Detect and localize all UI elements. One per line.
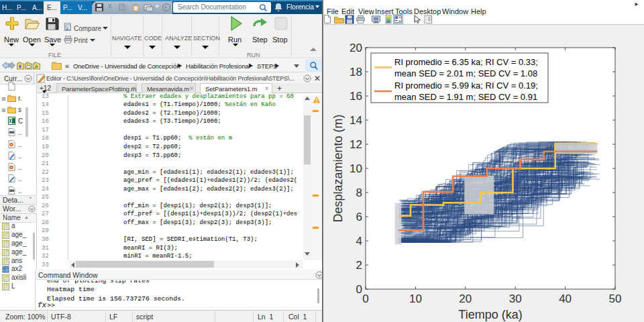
svg-text:Tiempo (ka): Tiempo (ka) (458, 308, 522, 321)
svg-text:Desplazamiento (m): Desplazamiento (m) (331, 114, 345, 222)
svg-text:10: 10 (409, 292, 422, 305)
svg-text:8: 8 (356, 186, 362, 199)
svg-text:RI promedio = 6.35 ka; RI CV =: RI promedio = 6.35 ka; RI CV = 0.33; (394, 57, 538, 67)
svg-text:4: 4 (356, 235, 362, 248)
svg-text:16: 16 (350, 90, 362, 103)
svg-text:mean SED = 2.01 m; SED CV = 1.: mean SED = 2.01 m; SED CV = 1.08 (394, 68, 537, 78)
svg-text:14: 14 (350, 114, 362, 127)
svg-text:mean SED = 1.91 m; SED CV = 0.: mean SED = 1.91 m; SED CV = 0.91 (394, 92, 537, 102)
svg-text:40: 40 (559, 292, 572, 305)
svg-text:20: 20 (350, 42, 362, 54)
svg-text:»: » (156, 3, 159, 9)
svg-text:6: 6 (356, 211, 362, 223)
svg-text:12: 12 (350, 138, 362, 151)
svg-text:20: 20 (459, 292, 472, 305)
svg-text:2: 2 (356, 259, 362, 272)
svg-text:50: 50 (609, 292, 622, 305)
svg-text:18: 18 (350, 66, 362, 78)
svg-text:0: 0 (356, 283, 362, 296)
svg-text:RI promedio = 5.99 ka; RI CV =: RI promedio = 5.99 ka; RI CV = 0.19; (394, 80, 538, 91)
svg-text:0: 0 (362, 292, 368, 305)
svg-text:30: 30 (509, 292, 522, 305)
svg-text:10: 10 (350, 162, 362, 175)
